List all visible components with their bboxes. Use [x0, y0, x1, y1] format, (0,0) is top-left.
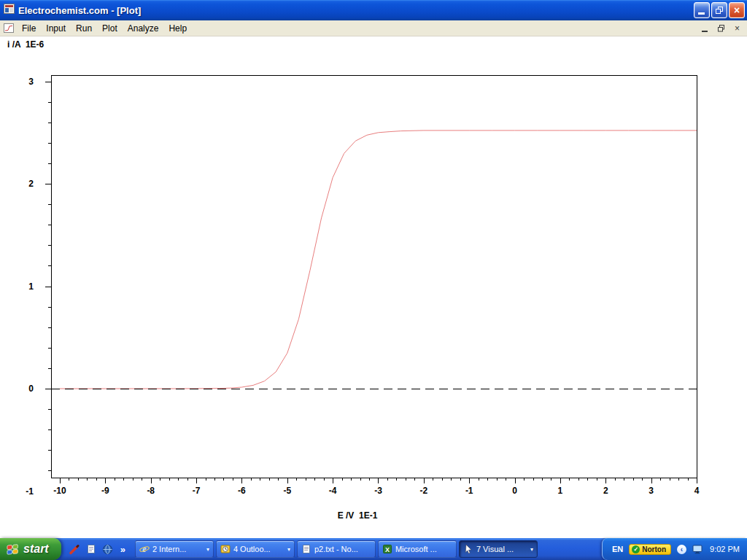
svg-text:-1: -1 — [465, 486, 473, 496]
svg-text:-3: -3 — [374, 486, 382, 496]
task-label: 7 Visual ... — [476, 545, 527, 553]
pencil-icon[interactable] — [69, 543, 80, 555]
start-label: start — [23, 542, 49, 556]
taskbar: start » e2 Intern...▾4 Outloo...▾p2.txt … — [0, 538, 747, 560]
tray-monitor-icon[interactable] — [692, 545, 703, 554]
child-window-controls: × — [699, 23, 743, 34]
visual-studio-icon — [463, 544, 473, 554]
hide-icons-chevron[interactable]: ‹ — [677, 545, 686, 554]
quick-launch: » — [61, 538, 133, 560]
child-minimize-icon — [702, 31, 708, 32]
svg-text:2: 2 — [603, 486, 608, 496]
child-minimize-button[interactable] — [699, 23, 711, 34]
task-label: 4 Outloo... — [233, 545, 285, 553]
svg-text:-5: -5 — [283, 486, 291, 496]
menu-analyze[interactable]: Analyze — [123, 22, 164, 35]
window-controls: × — [694, 2, 745, 18]
child-close-icon: × — [735, 23, 740, 34]
task-button-visual-studio[interactable]: 7 Visual ...▾ — [459, 540, 538, 558]
task-label: Microsoft ... — [395, 545, 452, 553]
quick-launch-overflow-chevron[interactable]: » — [119, 544, 127, 555]
svg-text:-7: -7 — [193, 486, 201, 496]
minimize-button[interactable] — [694, 2, 710, 18]
svg-text:-1: -1 — [26, 486, 34, 497]
y-axis-title: i /A 1E-6 — [7, 39, 44, 50]
task-label: p2.txt - No... — [314, 545, 371, 553]
task-button-outlook[interactable]: 4 Outloo...▾ — [216, 540, 295, 558]
plot-area: -10-9-8-7-6-5-4-3-2-1012343210-1 i /A 1E… — [0, 36, 747, 538]
svg-text:e: e — [142, 544, 147, 554]
svg-text:1: 1 — [28, 281, 34, 292]
child-close-button[interactable]: × — [731, 23, 743, 34]
clock: 9:02 PM — [708, 545, 740, 553]
svg-text:-4: -4 — [329, 486, 337, 496]
svg-text:-6: -6 — [238, 486, 246, 496]
norton-badge[interactable]: ✓ Norton — [629, 544, 671, 555]
group-chevron-icon[interactable]: ▾ — [206, 546, 209, 553]
norton-check-icon: ✓ — [632, 545, 640, 553]
plot-window-icon[interactable] — [4, 23, 14, 33]
svg-text:-8: -8 — [147, 486, 155, 496]
svg-text:X: X — [385, 546, 390, 553]
restore-button[interactable] — [711, 2, 727, 18]
menu-help[interactable]: Help — [163, 22, 192, 35]
task-button-notepad[interactable]: p2.txt - No... — [297, 540, 376, 558]
svg-text:1: 1 — [558, 486, 563, 496]
svg-text:-2: -2 — [420, 486, 428, 496]
chart: -10-9-8-7-6-5-4-3-2-1012343210-1 — [0, 36, 747, 518]
svg-text:3: 3 — [649, 486, 654, 496]
outlook-icon — [220, 544, 231, 554]
child-restore-icon — [718, 25, 725, 32]
menu-run[interactable]: Run — [71, 22, 97, 35]
document-icon[interactable] — [85, 543, 97, 555]
windows-logo-icon — [6, 542, 20, 556]
system-tray: EN ✓ Norton ‹ 9:02 PM — [602, 538, 747, 560]
task-label: 2 Intern... — [152, 545, 204, 553]
svg-text:0: 0 — [28, 384, 34, 394]
language-indicator[interactable]: EN — [612, 545, 623, 553]
menu-items: FileInputRunPlotAnalyzeHelp — [17, 22, 192, 35]
svg-text:4: 4 — [694, 486, 700, 496]
norton-label: Norton — [642, 545, 666, 553]
title-bar: Electrochemist.com - [Plot] × — [0, 0, 747, 20]
app-icon[interactable] — [4, 4, 15, 17]
internet-explorer-icon: e — [139, 544, 150, 554]
task-button-internet-explorer[interactable]: e2 Intern...▾ — [135, 540, 214, 558]
globe-icon[interactable] — [102, 543, 114, 555]
svg-text:3: 3 — [28, 77, 34, 87]
x-axis-title: E /V 1E-1 — [288, 510, 427, 521]
svg-text:2: 2 — [28, 179, 34, 189]
close-icon: × — [734, 5, 740, 15]
svg-text:-10: -10 — [53, 486, 66, 496]
minimize-icon — [698, 12, 705, 15]
group-chevron-icon[interactable]: ▾ — [530, 546, 533, 553]
restore-icon — [716, 7, 724, 15]
task-buttons: e2 Intern...▾4 Outloo...▾p2.txt - No...X… — [133, 538, 600, 560]
group-chevron-icon[interactable]: ▾ — [287, 546, 290, 553]
menu-plot[interactable]: Plot — [97, 22, 123, 35]
menu-bar: FileInputRunPlotAnalyzeHelp × — [0, 20, 747, 36]
menu-input[interactable]: Input — [41, 22, 71, 35]
close-button[interactable]: × — [729, 2, 745, 18]
menu-file[interactable]: File — [17, 22, 41, 35]
svg-text:0: 0 — [512, 486, 517, 496]
excel-icon: X — [382, 544, 392, 554]
child-restore-button[interactable] — [715, 23, 727, 34]
svg-text:-9: -9 — [101, 486, 109, 496]
start-button[interactable]: start — [0, 538, 61, 560]
window-title: Electrochemist.com - [Plot] — [18, 5, 690, 16]
task-button-excel[interactable]: XMicrosoft ... — [378, 540, 457, 558]
notepad-icon — [301, 544, 311, 554]
